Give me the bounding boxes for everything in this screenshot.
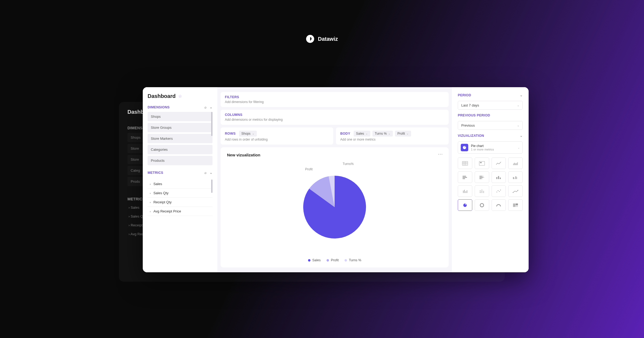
chevron-right-icon: › (150, 210, 151, 213)
metrics-section-label: METRICS (148, 171, 163, 175)
svg-rect-26 (464, 190, 465, 193)
chevron-down-icon[interactable]: ⌄ (520, 93, 523, 97)
previous-period-value: Previous (461, 123, 475, 127)
viz-type-vbar-grouped[interactable] (508, 171, 523, 183)
viz-type-vbar[interactable] (492, 171, 506, 183)
vizualization-label: VIZUALIZATION (458, 134, 484, 138)
viz-type-trend[interactable] (508, 185, 523, 197)
svg-point-42 (480, 203, 484, 207)
rows-config[interactable]: ROWS Shops⌄ Add rows in order of unfoldi… (221, 127, 333, 145)
chevron-down-icon[interactable]: ⌄ (210, 171, 213, 175)
chevron-down-icon[interactable]: ⌄ (210, 105, 213, 109)
previous-period-label: PREVIOUS PERIOD (458, 113, 490, 117)
svg-rect-14 (479, 177, 483, 178)
svg-point-32 (481, 190, 482, 190)
favorite-star-icon[interactable]: ☆ (178, 94, 182, 99)
columns-config[interactable]: COLUMNS Add dimensions or metrics for di… (221, 110, 449, 125)
viz-type-scatter[interactable] (492, 185, 506, 197)
viz-type-vbar-thin[interactable] (458, 185, 472, 197)
brand-header: Datawiz (306, 35, 338, 43)
svg-rect-25 (463, 190, 464, 193)
rows-hint: Add rows in order of unfolding (225, 138, 329, 141)
scrollbar-thumb[interactable] (211, 179, 213, 193)
svg-point-37 (499, 191, 500, 192)
viz-type-table[interactable] (458, 157, 472, 169)
viz-type-line[interactable] (492, 157, 506, 169)
pie-chart-icon (461, 144, 468, 151)
svg-rect-27 (466, 191, 466, 193)
chevron-right-icon: › (150, 182, 151, 186)
svg-rect-43 (513, 203, 515, 207)
svg-point-35 (497, 192, 497, 192)
viz-type-card[interactable] (475, 157, 489, 169)
legend-item: Turns % (345, 258, 361, 262)
legend-item: Sales (308, 258, 321, 262)
legend-item: Profit (327, 258, 339, 262)
search-icon[interactable]: ⌕ (204, 105, 207, 109)
dimension-item[interactable]: Store Markers (148, 134, 213, 143)
svg-point-39 (513, 192, 514, 193)
svg-rect-11 (463, 178, 465, 179)
viz-type-hbar-stacked[interactable] (475, 171, 489, 183)
dimensions-section-label: DIMENSIONS (148, 105, 170, 109)
viz-type-donut[interactable] (475, 199, 489, 211)
dimension-item[interactable]: Categories (148, 145, 213, 154)
selected-visualization[interactable]: Pie chart 1 or more metrics ⌄ (458, 141, 523, 154)
chevron-down-icon: ⌄ (517, 104, 519, 107)
dimension-item[interactable]: Products (148, 156, 213, 165)
search-icon[interactable]: ⌕ (204, 171, 207, 175)
body-label: BODY (340, 132, 350, 135)
chip[interactable]: Sales⌄ (354, 131, 370, 137)
filters-label: FILTERS (225, 95, 444, 99)
previous-period-select[interactable]: Previous ⌄ (458, 121, 523, 130)
metric-item[interactable]: ›Receipt Qty (148, 198, 213, 207)
selected-viz-name: Pie chart (471, 144, 494, 148)
viz-type-area[interactable] (508, 157, 523, 169)
dashboard-builder-card: Dashboard ☆ DIMENSIONS ⌕ ⌄ ShopsStore Gr… (143, 87, 529, 272)
pie-chart (300, 172, 369, 242)
visualization-card: New vizualization ⋯ Turns% Profit SalesP… (221, 147, 449, 267)
visualization-title: New vizualization (227, 153, 442, 157)
chevron-down-icon: ⌄ (518, 146, 520, 149)
svg-rect-31 (482, 191, 482, 193)
legend-dot-icon (345, 259, 347, 262)
svg-rect-33 (483, 192, 484, 193)
chip[interactable]: Profit⌄ (395, 131, 411, 137)
svg-rect-19 (498, 176, 499, 179)
svg-point-36 (498, 190, 499, 191)
chevron-right-icon: › (150, 201, 151, 204)
metric-item[interactable]: ›Sales (148, 179, 213, 189)
period-select[interactable]: Last 7 days ⌄ (458, 101, 523, 110)
sidebar: Dashboard ☆ DIMENSIONS ⌕ ⌄ ShopsStore Gr… (143, 87, 217, 272)
viz-type-treemap[interactable] (508, 199, 523, 211)
svg-rect-17 (481, 178, 482, 179)
svg-rect-1 (462, 161, 468, 165)
svg-rect-16 (479, 178, 481, 179)
svg-rect-20 (500, 177, 501, 179)
legend-dot-icon (327, 259, 329, 262)
chip[interactable]: Turns %⌄ (372, 131, 393, 137)
more-menu-icon[interactable]: ⋯ (438, 151, 443, 157)
chip[interactable]: Shops⌄ (239, 131, 257, 137)
scrollbar-thumb[interactable] (211, 112, 213, 136)
body-config[interactable]: BODY Sales⌄Turns %⌄Profit⌄ Add one or mo… (336, 127, 449, 145)
rows-label: ROWS (225, 132, 236, 135)
dimension-item[interactable]: Store Groups (148, 123, 213, 132)
dimension-item[interactable]: Shops (148, 112, 213, 121)
chevron-down-icon[interactable]: ⌄ (520, 134, 523, 138)
period-value: Last 7 days (461, 103, 479, 107)
chevron-down-icon: ⌄ (517, 124, 519, 127)
viz-type-vbar-dots[interactable] (475, 185, 489, 197)
metric-item[interactable]: ›Sales Qty (148, 189, 213, 198)
svg-rect-13 (482, 176, 484, 177)
chevron-right-icon: › (150, 192, 151, 195)
metric-item[interactable]: ›Avg Receipt Price (148, 207, 213, 216)
filters-config[interactable]: FILTERS Add dimensions for filtering (221, 92, 449, 107)
svg-rect-22 (514, 177, 515, 179)
viz-type-gauge[interactable] (492, 199, 506, 211)
viz-type-pie[interactable] (458, 199, 472, 211)
svg-rect-10 (463, 177, 467, 178)
svg-rect-28 (467, 190, 467, 193)
svg-rect-9 (463, 176, 466, 177)
viz-type-hbar[interactable] (458, 171, 472, 183)
